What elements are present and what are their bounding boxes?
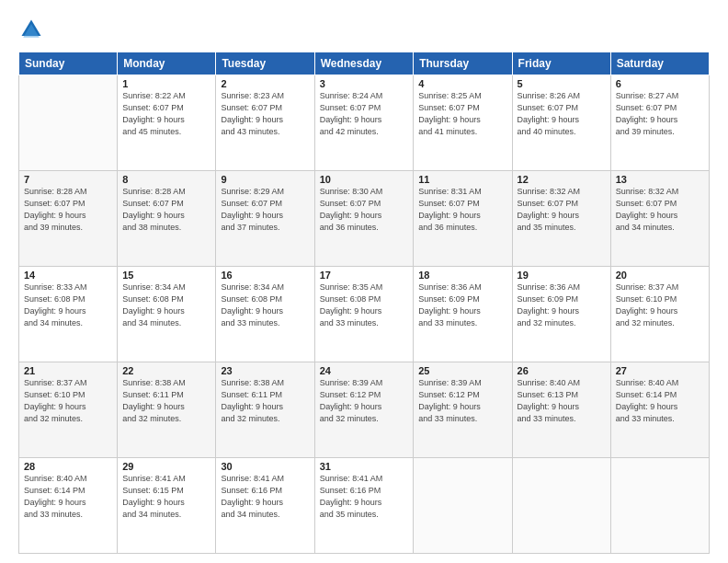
day-number: 6: [616, 78, 704, 89]
day-info: Sunrise: 8:26 AM Sunset: 6:07 PM Dayligh…: [518, 90, 606, 138]
calendar-cell: 3Sunrise: 8:24 AM Sunset: 6:07 PM Daylig…: [314, 75, 414, 171]
day-of-week-header: Tuesday: [216, 52, 314, 75]
calendar-cell: 22Sunrise: 8:38 AM Sunset: 6:11 PM Dayli…: [118, 362, 216, 458]
day-number: 20: [616, 270, 704, 281]
calendar-cell: [19, 75, 118, 171]
day-info: Sunrise: 8:34 AM Sunset: 6:08 PM Dayligh…: [221, 282, 309, 329]
day-info: Sunrise: 8:40 AM Sunset: 6:14 PM Dayligh…: [24, 473, 112, 521]
calendar-week-row: 1Sunrise: 8:22 AM Sunset: 6:07 PM Daylig…: [19, 75, 710, 171]
day-info: Sunrise: 8:28 AM Sunset: 6:07 PM Dayligh…: [24, 186, 112, 234]
calendar-cell: [610, 458, 709, 554]
calendar-cell: 27Sunrise: 8:40 AM Sunset: 6:14 PM Dayli…: [610, 362, 709, 458]
day-info: Sunrise: 8:30 AM Sunset: 6:07 PM Dayligh…: [320, 186, 409, 234]
day-info: Sunrise: 8:32 AM Sunset: 6:07 PM Dayligh…: [616, 186, 704, 234]
calendar-cell: 14Sunrise: 8:33 AM Sunset: 6:08 PM Dayli…: [19, 267, 118, 362]
day-number: 11: [418, 174, 506, 185]
calendar-cell: 4Sunrise: 8:25 AM Sunset: 6:07 PM Daylig…: [414, 75, 512, 171]
day-of-week-header: Saturday: [610, 52, 709, 75]
calendar-cell: 1Sunrise: 8:22 AM Sunset: 6:07 PM Daylig…: [118, 75, 216, 171]
calendar-week-row: 7Sunrise: 8:28 AM Sunset: 6:07 PM Daylig…: [19, 171, 710, 267]
calendar-cell: 23Sunrise: 8:38 AM Sunset: 6:11 PM Dayli…: [216, 362, 314, 458]
day-number: 27: [616, 365, 704, 376]
day-number: 3: [320, 78, 409, 89]
day-of-week-header: Monday: [118, 52, 216, 75]
day-number: 19: [518, 270, 606, 281]
day-info: Sunrise: 8:39 AM Sunset: 6:12 PM Dayligh…: [418, 377, 506, 425]
calendar-cell: 18Sunrise: 8:36 AM Sunset: 6:09 PM Dayli…: [414, 267, 512, 362]
day-info: Sunrise: 8:40 AM Sunset: 6:14 PM Dayligh…: [616, 377, 704, 425]
day-number: 4: [418, 78, 506, 89]
calendar-cell: 16Sunrise: 8:34 AM Sunset: 6:08 PM Dayli…: [216, 267, 314, 362]
header: [18, 17, 710, 42]
calendar-cell: 29Sunrise: 8:41 AM Sunset: 6:15 PM Dayli…: [118, 458, 216, 554]
day-number: 15: [122, 270, 210, 281]
calendar-cell: 2Sunrise: 8:23 AM Sunset: 6:07 PM Daylig…: [216, 75, 314, 171]
day-number: 18: [418, 270, 506, 281]
calendar-cell: 31Sunrise: 8:41 AM Sunset: 6:16 PM Dayli…: [314, 458, 414, 554]
calendar-table: SundayMondayTuesdayWednesdayThursdayFrid…: [18, 52, 710, 554]
day-number: 21: [24, 365, 112, 376]
calendar-week-row: 14Sunrise: 8:33 AM Sunset: 6:08 PM Dayli…: [19, 267, 710, 362]
calendar-cell: 6Sunrise: 8:27 AM Sunset: 6:07 PM Daylig…: [610, 75, 709, 171]
day-number: 7: [24, 174, 112, 185]
calendar-cell: 21Sunrise: 8:37 AM Sunset: 6:10 PM Dayli…: [19, 362, 118, 458]
page: SundayMondayTuesdayWednesdayThursdayFrid…: [0, 0, 728, 563]
day-number: 17: [320, 270, 409, 281]
day-number: 5: [518, 78, 606, 89]
day-info: Sunrise: 8:27 AM Sunset: 6:07 PM Dayligh…: [616, 90, 704, 138]
day-number: 28: [24, 461, 112, 472]
day-info: Sunrise: 8:38 AM Sunset: 6:11 PM Dayligh…: [122, 377, 210, 425]
calendar-cell: 28Sunrise: 8:40 AM Sunset: 6:14 PM Dayli…: [19, 458, 118, 554]
day-number: 26: [518, 365, 606, 376]
day-info: Sunrise: 8:25 AM Sunset: 6:07 PM Dayligh…: [418, 90, 506, 138]
day-number: 9: [221, 174, 309, 185]
day-info: Sunrise: 8:31 AM Sunset: 6:07 PM Dayligh…: [418, 186, 506, 234]
day-of-week-header: Friday: [512, 52, 610, 75]
calendar-cell: 12Sunrise: 8:32 AM Sunset: 6:07 PM Dayli…: [512, 171, 610, 267]
day-info: Sunrise: 8:39 AM Sunset: 6:12 PM Dayligh…: [320, 377, 409, 425]
calendar-cell: 10Sunrise: 8:30 AM Sunset: 6:07 PM Dayli…: [314, 171, 414, 267]
calendar-week-row: 21Sunrise: 8:37 AM Sunset: 6:10 PM Dayli…: [19, 362, 710, 458]
day-info: Sunrise: 8:37 AM Sunset: 6:10 PM Dayligh…: [616, 282, 704, 329]
day-number: 29: [122, 461, 210, 472]
day-info: Sunrise: 8:41 AM Sunset: 6:16 PM Dayligh…: [221, 473, 309, 521]
calendar-cell: 30Sunrise: 8:41 AM Sunset: 6:16 PM Dayli…: [216, 458, 314, 554]
logo: [18, 17, 48, 42]
calendar-cell: 15Sunrise: 8:34 AM Sunset: 6:08 PM Dayli…: [118, 267, 216, 362]
day-info: Sunrise: 8:34 AM Sunset: 6:08 PM Dayligh…: [122, 282, 210, 329]
day-info: Sunrise: 8:23 AM Sunset: 6:07 PM Dayligh…: [221, 90, 309, 138]
day-number: 8: [122, 174, 210, 185]
day-number: 1: [122, 78, 210, 89]
day-info: Sunrise: 8:37 AM Sunset: 6:10 PM Dayligh…: [24, 377, 112, 425]
calendar-cell: 5Sunrise: 8:26 AM Sunset: 6:07 PM Daylig…: [512, 75, 610, 171]
calendar-cell: 20Sunrise: 8:37 AM Sunset: 6:10 PM Dayli…: [610, 267, 709, 362]
day-number: 22: [122, 365, 210, 376]
day-info: Sunrise: 8:38 AM Sunset: 6:11 PM Dayligh…: [221, 377, 309, 425]
logo-icon: [18, 17, 44, 42]
day-of-week-header: Thursday: [414, 52, 512, 75]
calendar-cell: 19Sunrise: 8:36 AM Sunset: 6:09 PM Dayli…: [512, 267, 610, 362]
calendar-cell: 11Sunrise: 8:31 AM Sunset: 6:07 PM Dayli…: [414, 171, 512, 267]
calendar-week-row: 28Sunrise: 8:40 AM Sunset: 6:14 PM Dayli…: [19, 458, 710, 554]
day-info: Sunrise: 8:40 AM Sunset: 6:13 PM Dayligh…: [518, 377, 606, 425]
calendar-cell: 8Sunrise: 8:28 AM Sunset: 6:07 PM Daylig…: [118, 171, 216, 267]
calendar-cell: [414, 458, 512, 554]
day-of-week-header: Wednesday: [314, 52, 414, 75]
day-number: 14: [24, 270, 112, 281]
day-number: 12: [518, 174, 606, 185]
calendar-cell: 7Sunrise: 8:28 AM Sunset: 6:07 PM Daylig…: [19, 171, 118, 267]
day-info: Sunrise: 8:35 AM Sunset: 6:08 PM Dayligh…: [320, 282, 409, 329]
day-info: Sunrise: 8:41 AM Sunset: 6:15 PM Dayligh…: [122, 473, 210, 521]
day-info: Sunrise: 8:24 AM Sunset: 6:07 PM Dayligh…: [320, 90, 409, 138]
day-of-week-header: Sunday: [19, 52, 118, 75]
calendar-cell: 25Sunrise: 8:39 AM Sunset: 6:12 PM Dayli…: [414, 362, 512, 458]
day-number: 31: [320, 461, 409, 472]
calendar-header-row: SundayMondayTuesdayWednesdayThursdayFrid…: [19, 52, 710, 75]
day-info: Sunrise: 8:36 AM Sunset: 6:09 PM Dayligh…: [418, 282, 506, 329]
day-info: Sunrise: 8:28 AM Sunset: 6:07 PM Dayligh…: [122, 186, 210, 234]
day-info: Sunrise: 8:29 AM Sunset: 6:07 PM Dayligh…: [221, 186, 309, 234]
day-number: 30: [221, 461, 309, 472]
day-info: Sunrise: 8:41 AM Sunset: 6:16 PM Dayligh…: [320, 473, 409, 521]
day-info: Sunrise: 8:36 AM Sunset: 6:09 PM Dayligh…: [518, 282, 606, 329]
day-number: 24: [320, 365, 409, 376]
